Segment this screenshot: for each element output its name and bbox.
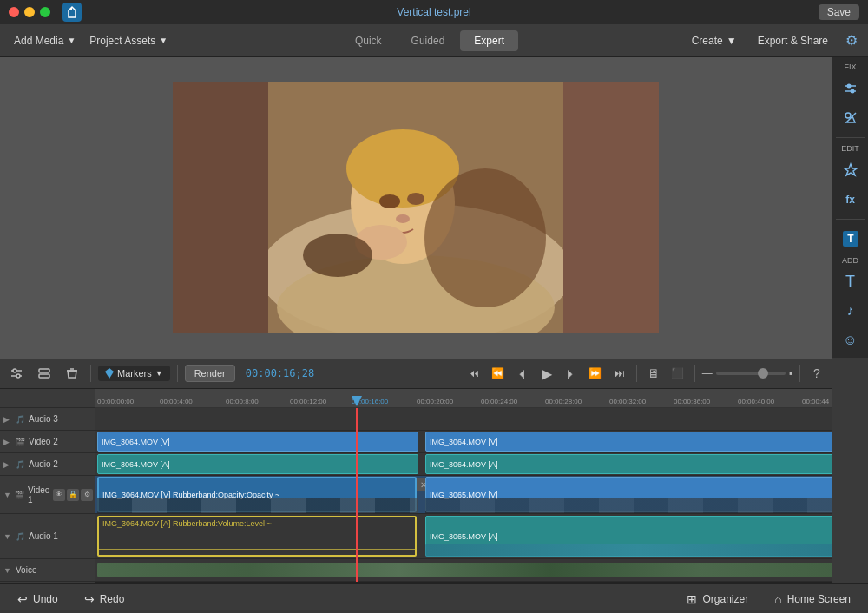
timeline-content: 00:00:00:00 00:00:4:00 00:00:8:00 00:00:… — [95, 389, 832, 583]
zoom-in-icon[interactable]: ▪ — [789, 367, 792, 379]
zoom-out-icon[interactable]: — — [702, 367, 713, 379]
project-assets-label: Project Assets — [89, 35, 155, 47]
monitor-icon[interactable]: 🖥 — [644, 364, 663, 383]
zoom-handle[interactable] — [758, 368, 768, 379]
tracks-body: IMG_3064.MOV [V] IMG_3064.MOV [V] IMG_30… — [95, 408, 832, 582]
ruler-mark-40: 00:00:40:00 — [738, 398, 774, 405]
track-voice-expand[interactable]: ▼ — [3, 566, 12, 575]
fix-tool-icon[interactable] — [834, 104, 867, 132]
fx-icon[interactable]: fx — [834, 186, 867, 214]
timeline-settings-icon[interactable] — [5, 363, 28, 384]
ruler-mark-28: 00:00:28:00 — [545, 398, 582, 405]
clip-audio2-1[interactable]: IMG_3064.MOV [A] — [97, 454, 418, 474]
track-row-audio2: IMG_3064.MOV [A] IMG_3064.MOV [A] — [95, 453, 832, 476]
preview-bg-left — [173, 82, 268, 333]
project-assets-dropdown-icon: ▼ — [159, 36, 168, 45]
go-to-start-button[interactable]: ⏮ — [464, 364, 483, 383]
tl-divider-1 — [90, 365, 91, 382]
track-header-audio1: ▼ 🎵 Audio 1 — [0, 514, 95, 559]
timeline-scrollbar[interactable] — [95, 582, 832, 583]
rewind-button[interactable]: ⏪ — [489, 364, 508, 383]
app-icon — [62, 3, 82, 22]
emoji-icon[interactable]: ☺ — [834, 326, 867, 354]
track-video1-eye[interactable]: 👁 — [53, 489, 65, 501]
close-button[interactable] — [9, 7, 19, 17]
track-audio1-expand[interactable]: ▼ — [3, 532, 12, 541]
step-forward-button[interactable]: ⏵ — [562, 364, 581, 383]
playhead-line — [356, 408, 358, 582]
home-screen-button[interactable]: ⌂ Home Screen — [766, 589, 859, 610]
play-button[interactable]: ▶ — [537, 364, 556, 383]
timeline-area: Markers ▼ Render 00:00:16;28 ⏮ ⏪ ⏴ ▶ ⏵ ⏩… — [0, 358, 832, 583]
track-video2-expand[interactable]: ▶ — [3, 438, 12, 446]
effects-icon[interactable] — [834, 156, 867, 184]
track-video1-expand[interactable]: ▼ — [3, 491, 11, 499]
svg-rect-24 — [39, 374, 49, 378]
timecode-display: 00:00:16;28 — [246, 367, 314, 379]
edit-label: EDIT — [841, 142, 859, 155]
clip-audio2-2[interactable]: IMG_3064.MOV [A] — [425, 454, 832, 474]
track-audio2-expand[interactable]: ▶ — [3, 460, 12, 469]
svg-rect-23 — [39, 369, 49, 372]
timeline-delete-icon[interactable] — [61, 363, 83, 384]
create-button[interactable]: Create ▼ — [685, 31, 744, 50]
clip-audio1-1[interactable]: IMG_3064.MOV [A] Rubberband:Volume:Level… — [97, 516, 417, 557]
track-header-video2: ▶ 🎬 Video 2 — [0, 431, 95, 453]
markers-button[interactable]: Markers ▼ — [98, 366, 170, 381]
tl-divider-2 — [177, 365, 178, 382]
export-share-button[interactable]: Export & Share — [751, 31, 835, 50]
clip-video2-2[interactable]: IMG_3064.MOV [V] — [425, 432, 832, 452]
markers-label: Markers — [117, 368, 152, 379]
ruler-mark-4: 00:00:4:00 — [160, 398, 193, 405]
right-panel: FIX EDIT fx T ADD T ♪ ☺ — [832, 57, 868, 358]
text-icon[interactable]: T — [834, 268, 867, 296]
timeline-view-icon[interactable] — [33, 363, 56, 384]
ruler-header — [0, 389, 95, 408]
redo-icon: ↪ — [84, 592, 95, 606]
fix-adjust-icon[interactable] — [834, 75, 867, 102]
help-icon[interactable]: ? — [807, 364, 826, 383]
panel-divider-1 — [836, 137, 865, 138]
track-audio3-expand[interactable]: ▶ — [3, 415, 12, 424]
go-to-end-button[interactable]: ⏭ — [610, 364, 629, 383]
save-button[interactable]: Save — [819, 4, 859, 20]
undo-button[interactable]: ↩ Undo — [9, 589, 67, 610]
track-header-audio3: ▶ 🎵 Audio 3 — [0, 408, 95, 431]
time-ruler: 00:00:00:00 00:00:4:00 00:00:8:00 00:00:… — [95, 389, 832, 408]
organizer-button[interactable]: ⊞ Organizer — [678, 589, 757, 610]
svg-point-15 — [850, 89, 854, 93]
tab-guided[interactable]: Guided — [398, 30, 459, 51]
fast-forward-button[interactable]: ⏩ — [586, 364, 605, 383]
ruler-mark-12: 00:00:12:00 — [290, 398, 326, 405]
add-media-button[interactable]: Add Media ▼ — [7, 31, 82, 50]
svg-point-16 — [845, 113, 851, 118]
svg-marker-26 — [105, 368, 114, 379]
track-video1-lock[interactable]: 🔒 — [67, 489, 79, 501]
preview-center-img — [268, 82, 563, 333]
tab-quick[interactable]: Quick — [341, 30, 396, 51]
step-back-button[interactable]: ⏴ — [513, 364, 532, 383]
track-row-video1: IMG_3064.MOV [V] Rubberband:Opacity:Opac… — [95, 476, 832, 514]
home-screen-icon: ⌂ — [774, 592, 781, 606]
preview-bg-right — [563, 82, 659, 333]
project-assets-button[interactable]: Project Assets ▼ — [82, 31, 174, 50]
svg-point-22 — [16, 374, 20, 378]
maximize-button[interactable] — [40, 7, 50, 17]
redo-label: Redo — [100, 593, 125, 605]
track-video1-sync[interactable]: ⚙ — [81, 489, 93, 501]
track-video1-label: Video 1 — [28, 485, 49, 504]
add-label: ADD — [842, 254, 858, 267]
redo-button[interactable]: ↪ Redo — [76, 589, 134, 610]
blue-panel-icon[interactable]: T — [834, 225, 867, 253]
svg-point-21 — [13, 369, 16, 372]
export-share-label: Export & Share — [758, 35, 828, 47]
waveform-audio1 — [425, 544, 832, 557]
zoom-slider[interactable] — [716, 372, 786, 375]
music-icon[interactable]: ♪ — [834, 297, 867, 325]
render-button[interactable]: Render — [185, 365, 235, 382]
settings-icon[interactable]: ⚙ — [842, 29, 861, 52]
pip-icon[interactable]: ⬛ — [668, 364, 687, 383]
tab-expert[interactable]: Expert — [460, 30, 518, 51]
minimize-button[interactable] — [24, 7, 35, 17]
clip-video2-1[interactable]: IMG_3064.MOV [V] — [97, 432, 418, 452]
